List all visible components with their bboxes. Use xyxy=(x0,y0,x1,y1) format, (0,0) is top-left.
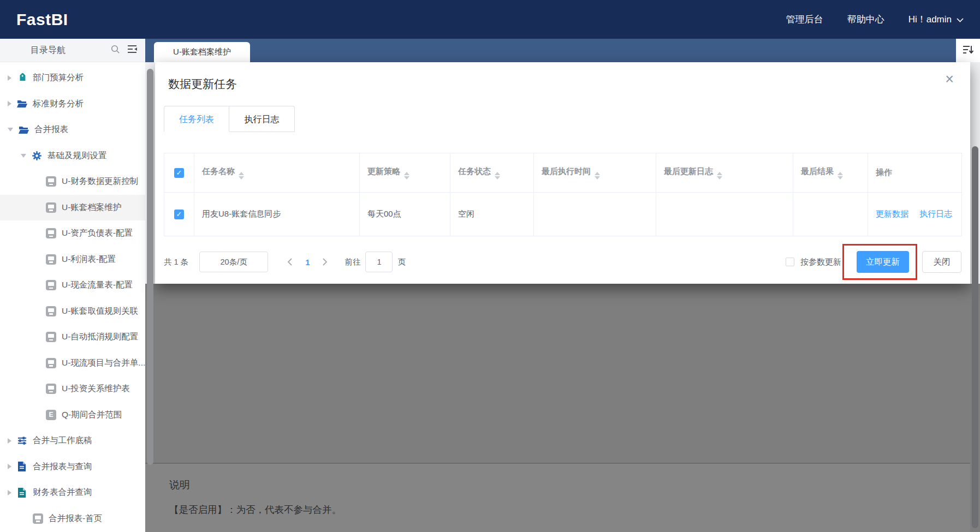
col-last-update-log[interactable]: 最后更新日志 xyxy=(656,153,793,193)
sliders-icon xyxy=(16,435,27,446)
modal-tabs: 任务列表 执行日志 xyxy=(164,106,295,132)
chevron-right-icon xyxy=(8,75,11,81)
sidebar-item-u-auto-offset-rules[interactable]: U-自动抵消规则配置 xyxy=(0,324,145,350)
tag-icon xyxy=(16,73,27,83)
sidebar-item-label: U-自动抵消规则配置 xyxy=(62,331,138,343)
checkbox-check-icon: ✓ xyxy=(176,211,182,218)
chevron-right-icon xyxy=(8,438,11,444)
report-icon xyxy=(46,358,56,368)
goto-label: 前往 xyxy=(345,257,360,267)
sidebar-item-label: U-现流项目与合并单... xyxy=(62,357,145,369)
sidebar-item-standard-finance[interactable]: 标准财务分析 xyxy=(0,91,145,117)
collapse-sidebar-icon[interactable] xyxy=(127,44,138,56)
sidebar-item-u-cashflow-config[interactable]: U-现金流量表-配置 xyxy=(0,272,145,298)
col-actions: 操作 xyxy=(868,153,962,193)
sub-bar: 目录导航 U-账套档案维护 xyxy=(0,39,980,62)
report-icon xyxy=(46,176,56,187)
row-checkbox[interactable]: ✓ xyxy=(174,210,184,219)
chevron-down-icon xyxy=(21,154,26,158)
sidebar-item-u-investment-relations[interactable]: U-投资关系维护表 xyxy=(0,376,145,402)
sidebar-item-merge-report-query[interactable]: 合并报表与查询 xyxy=(0,454,145,480)
sidebar-item-q-period-merge-scope[interactable]: E Q-期间合并范围 xyxy=(0,402,145,428)
next-page-icon[interactable] xyxy=(317,252,332,272)
app-window: FastBI 管理后台 帮助中心 Hi！admin 目录导航 xyxy=(0,0,980,532)
update-data-link[interactable]: 更新数据 xyxy=(876,209,908,218)
data-update-task-modal: 数据更新任务 × 任务列表 执行日志 ✓ 任务名称 更新策略 任务状态 最后执行… xyxy=(155,62,970,284)
sidebar-item-u-cashflow-items-merge[interactable]: U-现流项目与合并单... xyxy=(0,350,145,376)
sort-icon[interactable] xyxy=(239,172,244,180)
cell-task-name: 用友U8-账套信息同步 xyxy=(194,193,360,236)
search-icon[interactable] xyxy=(110,44,121,57)
sidebar-item-label: 合并报表-首页 xyxy=(49,513,102,524)
tab-strip: U-账套档案维护 xyxy=(145,39,956,62)
sidebar-item-dept-budget[interactable]: 部门预算分析 xyxy=(0,65,145,91)
user-menu[interactable]: Hi！admin xyxy=(908,13,964,26)
tab-u-account-archive[interactable]: U-账套档案维护 xyxy=(154,42,250,62)
sidebar-item-u-finance-update-control[interactable]: U-财务数据更新控制 xyxy=(0,169,145,195)
sidebar-item-u-balance-sheet-config[interactable]: U-资产负债表-配置 xyxy=(0,220,145,247)
exec-log-link[interactable]: 执行日志 xyxy=(919,209,952,218)
pagination: 共 1 条 20条/页 1 前往 1 页 xyxy=(164,252,406,272)
param-update-checkbox[interactable] xyxy=(786,258,794,266)
admin-backend-link[interactable]: 管理后台 xyxy=(786,13,823,26)
table-row: ✓ 用友U8-账套信息同步 每天00点 空闲 更新数据 执行日志 xyxy=(164,193,962,236)
modal-title: 数据更新任务 xyxy=(168,76,237,92)
help-center-link[interactable]: 帮助中心 xyxy=(847,13,884,26)
report-icon xyxy=(33,513,43,524)
current-page[interactable]: 1 xyxy=(305,258,310,267)
sidebar-item-consolidated-reports[interactable]: 合并报表 xyxy=(0,117,145,143)
sidebar-item-label: 财务表合并查询 xyxy=(33,487,92,498)
report-icon xyxy=(46,332,56,342)
sidebar-item-merge-working-papers[interactable]: 合并与工作底稿 xyxy=(0,428,145,454)
sidebar-title: 目录导航 xyxy=(31,45,66,56)
prev-page-icon[interactable] xyxy=(282,252,298,272)
sort-icon[interactable] xyxy=(838,172,843,180)
update-now-button[interactable]: 立即更新 xyxy=(857,251,909,273)
col-last-exec-time[interactable]: 最后执行时间 xyxy=(534,153,656,193)
col-task-name[interactable]: 任务名称 xyxy=(194,153,360,193)
sidebar-item-label: U-账套取值规则关联 xyxy=(62,306,138,317)
note-title: 说明 xyxy=(169,478,970,492)
cell-last-update-log xyxy=(656,193,793,236)
col-update-strategy[interactable]: 更新策略 xyxy=(360,153,450,193)
close-icon[interactable]: × xyxy=(945,72,954,87)
goto-unit: 页 xyxy=(397,257,406,267)
folder-icon xyxy=(18,124,29,135)
cell-actions: 更新数据 执行日志 xyxy=(868,193,962,236)
sidebar-item-merge-report-home[interactable]: 合并报表-首页 xyxy=(0,506,145,532)
sidebar-item-u-account-value-rules[interactable]: U-账套取值规则关联 xyxy=(0,298,145,325)
select-all-checkbox[interactable]: ✓ xyxy=(174,168,184,178)
sidebar-item-label: U-现金流量表-配置 xyxy=(62,279,133,291)
cell-last-exec-time xyxy=(534,193,656,236)
col-last-result[interactable]: 最后结果 xyxy=(793,153,868,193)
sidebar-item-label: U-账套档案维护 xyxy=(62,202,121,213)
close-button[interactable]: 关闭 xyxy=(922,251,961,273)
sort-icon[interactable] xyxy=(495,172,500,180)
col-task-status[interactable]: 任务状态 xyxy=(450,153,534,193)
sort-icon[interactable] xyxy=(404,172,409,180)
cell-task-status: 空闲 xyxy=(450,193,534,236)
tab-list-button[interactable] xyxy=(956,39,980,62)
sidebar-scrollbar-thumb[interactable] xyxy=(147,69,153,465)
gear-icon xyxy=(31,150,42,161)
chevron-right-icon xyxy=(8,101,11,106)
top-navbar: FastBI 管理后台 帮助中心 Hi！admin xyxy=(0,0,980,39)
modal-footer: 共 1 条 20条/页 1 前往 1 页 按参数更新 立 xyxy=(164,242,961,282)
note-section: 说明 【是否启用】：为否，代表不参与合并。 xyxy=(145,463,970,532)
page-scrollbar-thumb[interactable] xyxy=(972,146,978,528)
sidebar-item-base-rules[interactable]: 基础及规则设置 xyxy=(0,143,145,169)
sidebar-item-u-account-archive[interactable]: U-账套档案维护 xyxy=(0,195,145,221)
sort-icon[interactable] xyxy=(717,172,722,180)
chevron-down-icon xyxy=(8,128,13,131)
sidebar-item-label: 合并报表 xyxy=(34,124,68,135)
tab-task-list[interactable]: 任务列表 xyxy=(164,106,229,132)
cell-update-strategy: 每天00点 xyxy=(360,193,450,236)
sidebar-item-label: Q-期间合并范围 xyxy=(62,409,122,421)
sidebar-item-finance-merge-query[interactable]: 财务表合并查询 xyxy=(0,480,145,506)
goto-page-input[interactable]: 1 xyxy=(365,252,393,272)
tab-exec-log[interactable]: 执行日志 xyxy=(229,106,295,132)
sort-icon[interactable] xyxy=(595,172,600,180)
page-size-select[interactable]: 20条/页 xyxy=(199,252,268,272)
sidebar-item-label: U-投资关系维护表 xyxy=(62,383,130,394)
sidebar-item-u-income-statement-config[interactable]: U-利润表-配置 xyxy=(0,247,145,273)
